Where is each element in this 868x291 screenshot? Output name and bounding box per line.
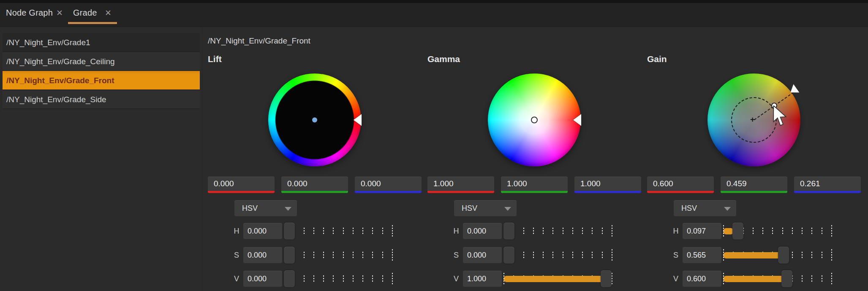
slider-handle[interactable] bbox=[284, 247, 295, 264]
list-item-grade-side[interactable]: /NY_Night_Env/Grade_Side bbox=[3, 90, 200, 109]
gamma-blue-field[interactable]: 1.000 bbox=[574, 177, 641, 191]
slider-tick bbox=[582, 228, 583, 234]
gain-green-field[interactable]: 0.459 bbox=[721, 177, 787, 191]
gain-blue-field[interactable]: 0.261 bbox=[794, 177, 861, 191]
lift-green-field[interactable]: 0.000 bbox=[281, 177, 348, 191]
gamma-s-slider[interactable] bbox=[503, 247, 612, 263]
lift-mode-dropdown[interactable]: HSV bbox=[234, 200, 297, 216]
mode-label: HSV bbox=[681, 204, 697, 212]
slider-handle[interactable] bbox=[284, 223, 295, 239]
slider-handle[interactable] bbox=[732, 223, 743, 239]
slider-tick bbox=[723, 249, 724, 261]
lift-v-slider[interactable] bbox=[284, 271, 392, 287]
slider-tick bbox=[822, 275, 822, 282]
close-icon[interactable]: ✕ bbox=[56, 8, 63, 18]
slider-tick bbox=[313, 275, 314, 282]
slider-tick bbox=[323, 275, 324, 282]
slider-tick bbox=[563, 252, 563, 258]
lift-color-wheel[interactable] bbox=[268, 73, 361, 166]
red-channel-bar bbox=[427, 191, 494, 193]
slider-tick bbox=[582, 252, 583, 258]
slider-tick bbox=[333, 228, 334, 234]
slider-tick bbox=[343, 252, 344, 258]
list-item-grade-ceiling[interactable]: /NY_Night_Env/Grade_Ceiling bbox=[3, 52, 200, 71]
blue-channel-bar bbox=[574, 191, 641, 193]
lift-h-slider[interactable] bbox=[284, 223, 392, 239]
gamma-color-wheel[interactable] bbox=[488, 73, 581, 166]
h-label: H bbox=[452, 223, 460, 239]
hue-triangle-marker[interactable] bbox=[354, 114, 362, 126]
gain-h-field[interactable]: 0.097 bbox=[683, 223, 721, 239]
slider-tick bbox=[792, 228, 793, 234]
gain-column: Gain + 0.600 0.459 0.261 HSV H 0.097 bbox=[646, 51, 863, 291]
gamma-h-slider[interactable] bbox=[503, 223, 612, 239]
slider-tick bbox=[304, 252, 305, 258]
slider-tick bbox=[592, 252, 593, 258]
slider-tick bbox=[323, 252, 324, 258]
slider-handle[interactable] bbox=[503, 247, 514, 264]
lift-blue-field[interactable]: 0.000 bbox=[355, 177, 422, 191]
lift-column: Lift 0.000 0.000 0.000 HSV H 0.000 S 0.0… bbox=[207, 51, 424, 291]
slider-tick bbox=[543, 228, 544, 234]
lift-s-field[interactable]: 0.000 bbox=[243, 247, 282, 263]
slider-fill bbox=[723, 252, 784, 258]
slider-tick bbox=[533, 228, 534, 234]
tab-grade[interactable]: Grade bbox=[73, 8, 97, 18]
slider-handle[interactable] bbox=[781, 270, 792, 287]
gain-s-slider[interactable] bbox=[723, 247, 831, 263]
gain-mode-dropdown[interactable]: HSV bbox=[674, 200, 736, 216]
gamma-v-slider[interactable] bbox=[503, 271, 612, 287]
slider-tick bbox=[323, 228, 324, 234]
lift-s-slider[interactable] bbox=[284, 247, 392, 263]
slider-handle[interactable] bbox=[503, 223, 514, 239]
lift-red-field[interactable]: 0.000 bbox=[208, 177, 275, 191]
wheel-center-marker[interactable] bbox=[312, 117, 317, 122]
gain-s-field[interactable]: 0.565 bbox=[683, 247, 721, 263]
slider-tick bbox=[563, 228, 563, 234]
lift-s-row: S 0.000 bbox=[207, 247, 424, 263]
chevron-down-icon bbox=[504, 207, 511, 211]
gamma-v-field[interactable]: 1.000 bbox=[463, 271, 502, 287]
slider-tick bbox=[362, 275, 363, 282]
tab-node-graph[interactable]: Node Graph bbox=[6, 8, 53, 18]
slider-tick bbox=[343, 275, 344, 282]
slider-fill bbox=[723, 228, 734, 234]
gamma-s-row: S 0.000 bbox=[427, 247, 644, 263]
wheel-center-marker[interactable] bbox=[531, 117, 538, 123]
slider-tick bbox=[723, 273, 724, 285]
section-title-gain: Gain bbox=[647, 54, 667, 64]
gain-v-slider[interactable] bbox=[723, 271, 831, 287]
blue-channel-bar bbox=[794, 191, 861, 193]
slider-tick bbox=[392, 249, 393, 261]
close-icon[interactable]: ✕ bbox=[105, 8, 112, 18]
slider-tick bbox=[831, 273, 832, 285]
slider-tick bbox=[523, 228, 524, 234]
gamma-red-field[interactable]: 1.000 bbox=[427, 177, 494, 191]
slider-tick bbox=[392, 225, 393, 237]
slider-handle[interactable] bbox=[601, 270, 612, 287]
gain-red-field[interactable]: 0.600 bbox=[647, 177, 714, 191]
slider-tick bbox=[313, 228, 314, 234]
v-label: V bbox=[232, 271, 241, 287]
slider-tick bbox=[333, 252, 334, 258]
hue-triangle-marker[interactable] bbox=[573, 114, 581, 126]
gamma-green-field[interactable]: 1.000 bbox=[501, 177, 568, 191]
section-title-lift: Lift bbox=[208, 54, 222, 64]
gamma-s-field[interactable]: 0.000 bbox=[463, 247, 502, 263]
slider-tick bbox=[333, 275, 334, 282]
slider-handle[interactable] bbox=[284, 270, 295, 287]
gamma-h-field[interactable]: 0.000 bbox=[463, 223, 502, 239]
gain-color-wheel[interactable]: + bbox=[707, 73, 800, 166]
lift-v-field[interactable]: 0.000 bbox=[243, 271, 282, 287]
slider-tick bbox=[523, 252, 524, 258]
slider-tick bbox=[753, 228, 754, 234]
lift-h-field[interactable]: 0.000 bbox=[243, 223, 282, 239]
gain-v-field[interactable]: 0.600 bbox=[683, 271, 721, 287]
gamma-mode-dropdown[interactable]: HSV bbox=[454, 200, 517, 216]
list-item-grade-front[interactable]: /NY_Night_Env/Grade_Front bbox=[3, 71, 200, 90]
v-label: V bbox=[672, 271, 680, 287]
slider-handle[interactable] bbox=[778, 247, 789, 264]
gain-h-slider[interactable] bbox=[723, 223, 831, 239]
gain-v-row: V 0.600 bbox=[646, 271, 863, 287]
list-item-grade1[interactable]: /NY_Night_Env/Grade1 bbox=[3, 33, 200, 52]
